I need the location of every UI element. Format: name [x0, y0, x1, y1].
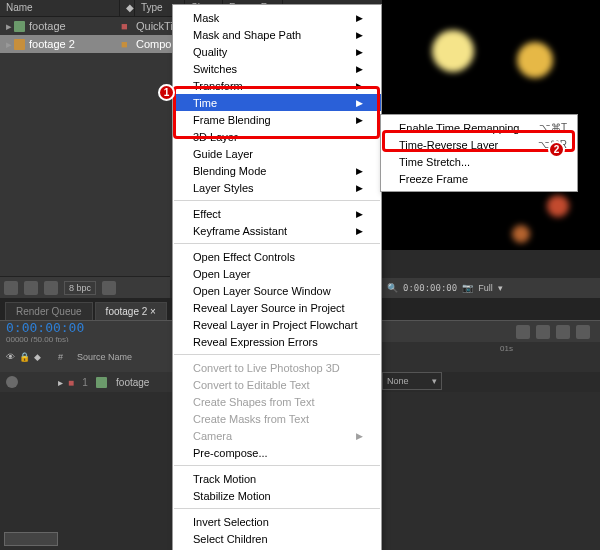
trash-icon[interactable]	[102, 281, 116, 295]
menu-open-effect-controls[interactable]: Open Effect Controls	[173, 248, 381, 265]
label-color: ■	[68, 377, 74, 388]
menu-separator	[174, 508, 380, 509]
chevron-right-icon: ▶	[356, 209, 363, 219]
menu-effect[interactable]: Effect▶	[173, 205, 381, 222]
menu-blending-mode[interactable]: Blending Mode▶	[173, 162, 381, 179]
chevron-right-icon: ▶	[356, 226, 363, 236]
tab-footage-2[interactable]: footage 2 ×	[95, 302, 167, 320]
item-name: footage 2	[29, 38, 121, 50]
chevron-down-icon[interactable]: ▾	[498, 283, 503, 293]
menu-time[interactable]: Time▶	[173, 94, 381, 111]
menu-stabilize-motion[interactable]: Stabilize Motion	[173, 487, 381, 504]
label-color: ■	[121, 38, 136, 50]
layer-context-menu: Mask▶ Mask and Shape Path▶ Quality▶ Swit…	[172, 4, 382, 550]
menu-reveal-expression-errors[interactable]: Reveal Expression Errors	[173, 333, 381, 350]
chevron-right-icon: ▶	[356, 166, 363, 176]
menu-guide-layer[interactable]: Guide Layer	[173, 145, 381, 162]
menu-track-motion[interactable]: Track Motion	[173, 470, 381, 487]
menu-separator	[174, 465, 380, 466]
menu-convert-editable-text: Convert to Editable Text	[173, 376, 381, 393]
menu-precompose[interactable]: Pre-compose...	[173, 444, 381, 461]
item-name: footage	[29, 20, 121, 32]
tab-render-queue[interactable]: Render Queue	[5, 302, 93, 320]
graph-icon[interactable]	[576, 325, 590, 339]
bokeh-light	[432, 30, 474, 72]
twirl-icon[interactable]: ▸	[4, 20, 14, 33]
twirl-icon[interactable]: ▸	[4, 38, 14, 51]
submenu-enable-time-remapping[interactable]: Enable Time Remapping⌥⌘T	[381, 119, 577, 136]
chevron-right-icon: ▶	[356, 30, 363, 40]
interpret-icon[interactable]	[4, 281, 18, 295]
chevron-right-icon: ▶	[356, 431, 363, 441]
submenu-freeze-frame[interactable]: Freeze Frame	[381, 170, 577, 187]
menu-invert-selection[interactable]: Invert Selection	[173, 513, 381, 530]
camera-icon[interactable]: 📷	[462, 283, 473, 293]
eye-col-icon: 👁	[6, 352, 15, 362]
layer-name: footage	[116, 377, 149, 388]
chevron-right-icon: ▶	[356, 13, 363, 23]
chevron-down-icon: ▾	[432, 376, 437, 386]
mode-value: None	[387, 376, 409, 386]
blend-mode-select[interactable]: None ▾	[382, 372, 442, 390]
menu-frame-blending[interactable]: Frame Blending▶	[173, 111, 381, 128]
col-name[interactable]: Name	[0, 0, 120, 16]
toggle-switches-button[interactable]	[4, 532, 58, 546]
composition-icon	[14, 39, 25, 50]
bokeh-light	[512, 225, 530, 243]
menu-transform[interactable]: Transform▶	[173, 77, 381, 94]
current-timecode[interactable]: 0:00:00:00	[6, 320, 84, 335]
visibility-eye-icon[interactable]	[6, 376, 18, 388]
quality-dropdown[interactable]: Full	[478, 283, 493, 293]
col-label-icon[interactable]: ◆	[120, 0, 135, 16]
movie-icon	[96, 377, 107, 388]
comp-icon[interactable]	[44, 281, 58, 295]
twirl-icon[interactable]: ▸	[58, 377, 63, 388]
magnify-icon[interactable]: 🔍	[387, 283, 398, 293]
chevron-right-icon: ▶	[356, 98, 363, 108]
chevron-right-icon: ▶	[356, 64, 363, 74]
menu-quality[interactable]: Quality▶	[173, 43, 381, 60]
bokeh-light	[517, 42, 553, 78]
chevron-right-icon: ▶	[356, 47, 363, 57]
search-icon[interactable]	[516, 325, 530, 339]
label-color: ■	[121, 20, 136, 32]
shortcut-label: ⌥⌘T	[539, 122, 567, 133]
label-col-icon: ◆	[34, 352, 54, 362]
preview-timecode[interactable]: 0:00:00:00	[403, 283, 457, 293]
col-source-name[interactable]: Source Name	[77, 352, 132, 362]
layer-number: 1	[79, 377, 91, 388]
menu-3d-layer[interactable]: 3D Layer	[173, 128, 381, 145]
project-toolbar: 8 bpc	[0, 276, 170, 298]
col-num: #	[58, 352, 63, 362]
menu-convert-ps3d: Convert to Live Photoshop 3D	[173, 359, 381, 376]
menu-layer-styles[interactable]: Layer Styles▶	[173, 179, 381, 196]
menu-select-children[interactable]: Select Children	[173, 530, 381, 547]
menu-keyframe-assistant[interactable]: Keyframe Assistant▶	[173, 222, 381, 239]
preview-controls: 🔍 0:00:00:00 📷 Full ▾	[382, 278, 600, 298]
folder-icon[interactable]	[24, 281, 38, 295]
shy-icon[interactable]	[556, 325, 570, 339]
bpc-indicator[interactable]: 8 bpc	[64, 281, 96, 295]
chevron-right-icon: ▶	[356, 115, 363, 125]
menu-reveal-in-project[interactable]: Reveal Layer Source in Project	[173, 299, 381, 316]
ruler-tick: 01s	[500, 344, 513, 353]
tab-label: footage 2	[106, 306, 148, 317]
movie-icon	[14, 21, 25, 32]
submenu-time-stretch[interactable]: Time Stretch...	[381, 153, 577, 170]
menu-separator	[174, 243, 380, 244]
annotation-badge-1: 1	[158, 84, 175, 101]
menu-reveal-in-flowchart[interactable]: Reveal Layer in Project Flowchart	[173, 316, 381, 333]
menu-open-layer-source[interactable]: Open Layer Source Window	[173, 282, 381, 299]
menu-mask[interactable]: Mask▶	[173, 9, 381, 26]
menu-open-layer[interactable]: Open Layer	[173, 265, 381, 282]
annotation-badge-2: 2	[548, 141, 565, 158]
menu-mask-shape[interactable]: Mask and Shape Path▶	[173, 26, 381, 43]
lock-col-icon: 🔒	[19, 352, 30, 362]
chevron-right-icon: ▶	[356, 81, 363, 91]
menu-separator	[174, 354, 380, 355]
comp-button-icon[interactable]	[536, 325, 550, 339]
menu-camera: Camera▶	[173, 427, 381, 444]
chevron-right-icon: ▶	[356, 183, 363, 193]
bokeh-light	[547, 195, 569, 217]
menu-switches[interactable]: Switches▶	[173, 60, 381, 77]
